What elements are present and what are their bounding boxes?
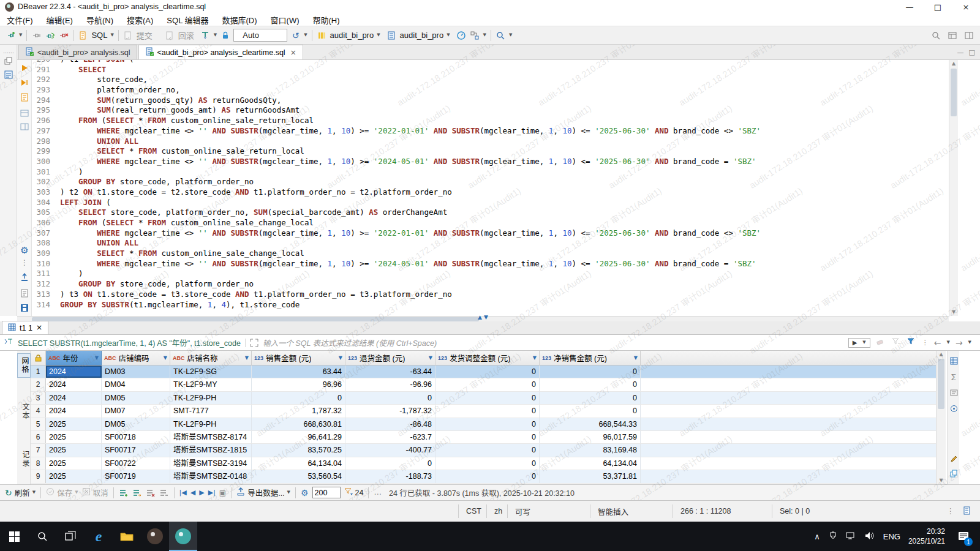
language-indicator[interactable]: ENG xyxy=(883,532,900,541)
cell-r3-c6[interactable]: 0 xyxy=(540,392,641,404)
cell-r9-c4[interactable]: -188.73 xyxy=(345,470,435,482)
filter-input[interactable]: 输入一个 SQL 表达式来过滤结果 (使用 Ctrl+Space) xyxy=(263,337,437,348)
editor-tab-1[interactable]: <audit_bi_pro> analysis_cleartime.sql× xyxy=(138,45,303,59)
disconnect-icon[interactable] xyxy=(58,30,69,40)
app-icon-dbeaver-active[interactable] xyxy=(169,522,197,551)
add-row-icon[interactable] xyxy=(119,489,129,497)
database-caret[interactable]: ▼ xyxy=(377,33,380,37)
cell-r2-c5[interactable]: 0 xyxy=(435,378,540,391)
cell-r5-c1[interactable]: DM05 xyxy=(102,418,170,430)
connect-icon[interactable] xyxy=(31,30,42,40)
cell-r9-c6[interactable]: 53,371.81 xyxy=(540,470,641,482)
apply-filter-button[interactable]: ▶ ▼ xyxy=(848,338,870,348)
side-tab-2[interactable]: 记录 xyxy=(17,448,31,471)
menu-item-7[interactable]: 帮助(H) xyxy=(306,13,346,26)
delete-row-icon[interactable] xyxy=(146,489,156,497)
volume-tray-icon[interactable] xyxy=(865,531,875,542)
last-row-icon[interactable]: ▶| xyxy=(208,489,216,496)
cell-r7-c0[interactable]: 2025 xyxy=(46,444,102,456)
database-selector[interactable]: audit_bi_pro xyxy=(330,31,374,40)
cell-r4-c4[interactable]: -1,787.32 xyxy=(345,405,435,417)
notification-center-icon[interactable]: 1 xyxy=(953,522,974,551)
panel-meta-icon[interactable] xyxy=(949,403,959,413)
reconnect-icon[interactable] xyxy=(45,30,55,40)
minimize-button[interactable]: — xyxy=(895,0,924,13)
column-header-6[interactable]: 123净销售金额 (元)▼ xyxy=(540,351,641,365)
commit-mode-select[interactable]: Auto xyxy=(233,29,287,42)
custom-filter-icon[interactable] xyxy=(907,337,916,348)
file-explorer-icon[interactable] xyxy=(113,522,141,551)
editor-settings-icon[interactable]: ⚙ xyxy=(19,245,30,256)
row-number[interactable]: 9 xyxy=(31,470,46,482)
new-connection-icon[interactable] xyxy=(6,30,16,40)
cell-r6-c6[interactable]: 96,017.59 xyxy=(540,431,641,443)
table-row-5[interactable]: 52025DM05TK-L2F9-PH668,630.81-86.480668,… xyxy=(31,418,936,431)
results-tab-close-icon[interactable]: × xyxy=(36,324,42,332)
column-filter-icon[interactable]: ▼ xyxy=(533,356,537,361)
maximize-editor-icon[interactable]: □ xyxy=(969,49,975,56)
column-header-3[interactable]: 123销售金额 (元)▼ xyxy=(252,351,345,365)
cell-r3-c4[interactable]: 0 xyxy=(345,392,435,404)
cell-r9-c5[interactable]: 0 xyxy=(435,470,540,482)
schema-caret[interactable]: ▼ xyxy=(447,33,450,37)
cell-r7-c6[interactable]: 83,169.48 xyxy=(540,444,641,456)
cell-r1-c6[interactable]: 0 xyxy=(540,365,641,378)
quick-search-icon[interactable] xyxy=(930,30,941,40)
app-icon-dbeaver[interactable] xyxy=(141,522,169,551)
task-view-icon[interactable] xyxy=(56,522,85,551)
statusbar-log-icon[interactable] xyxy=(963,506,971,517)
column-header-2[interactable]: ABC店铺名称▼ xyxy=(170,351,252,365)
cell-r1-c3[interactable]: 63.44 xyxy=(252,365,345,378)
cell-r8-c0[interactable]: 2025 xyxy=(46,457,102,470)
cell-r5-c4[interactable]: -86.48 xyxy=(345,418,435,430)
tasks-icon[interactable] xyxy=(470,30,480,40)
cell-r8-c5[interactable]: 0 xyxy=(435,457,540,470)
fetch-size-input[interactable] xyxy=(312,487,341,498)
menu-item-1[interactable]: 编辑(E) xyxy=(40,13,80,26)
cell-r1-c5[interactable]: 0 xyxy=(435,365,540,378)
cell-r2-c4[interactable]: -96.96 xyxy=(345,378,435,391)
menu-item-3[interactable]: 搜索(A) xyxy=(120,13,160,26)
cell-r4-c0[interactable]: 2024 xyxy=(46,405,102,417)
editor-more-icon[interactable]: ⋮ xyxy=(19,257,30,268)
nav-back-caret[interactable]: ▼ xyxy=(946,340,949,345)
editor-vscrollbar[interactable]: ▲ ▼ xyxy=(949,60,958,316)
explain-plan-icon[interactable] xyxy=(19,92,30,103)
cell-r8-c1[interactable]: SF00722 xyxy=(102,457,170,470)
copy-row-icon[interactable] xyxy=(132,489,142,497)
side-tab-1[interactable]: 文本 xyxy=(17,400,31,423)
panel-toggle-icon[interactable] xyxy=(19,108,30,119)
refresh-caret[interactable]: ▼ xyxy=(32,490,36,495)
cell-r8-c3[interactable]: 64,134.04 xyxy=(252,457,345,470)
cell-r5-c6[interactable]: 668,544.33 xyxy=(540,418,641,430)
taskbar-search-icon[interactable] xyxy=(28,522,56,551)
column-filter-icon[interactable]: ▼ xyxy=(429,356,432,361)
panel-grid-icon[interactable] xyxy=(949,356,959,365)
cell-r4-c6[interactable]: 0 xyxy=(540,405,641,417)
grid-vscrollbar[interactable]: ▲ ▼ xyxy=(936,351,946,484)
cell-r9-c1[interactable]: SF00719 xyxy=(102,470,170,482)
row-number[interactable]: 7 xyxy=(31,444,46,456)
column-filter-icon[interactable]: ▼ xyxy=(634,356,638,361)
lock-icon[interactable] xyxy=(220,30,230,40)
generate-rows-icon[interactable] xyxy=(159,489,169,497)
network-tray-icon[interactable] xyxy=(846,531,857,542)
export-caret[interactable]: ▼ xyxy=(287,490,290,495)
table-row-4[interactable]: 42024DM07SMT-71771,787.32-1,787.3200 xyxy=(31,405,936,418)
editor-save-icon[interactable] xyxy=(19,302,30,313)
apply-filter-icon[interactable]: ▶ xyxy=(853,340,858,346)
cell-r5-c3[interactable]: 668,630.81 xyxy=(252,418,345,430)
editor-export-icon[interactable] xyxy=(19,272,30,283)
layout-icon[interactable] xyxy=(963,30,974,40)
cell-r3-c5[interactable]: 0 xyxy=(435,392,540,404)
nav-forward-caret[interactable]: ▼ xyxy=(968,340,971,345)
output-toggle-icon[interactable] xyxy=(19,121,30,132)
restore-panel-icon[interactable] xyxy=(3,56,14,67)
cell-r7-c1[interactable]: SF00717 xyxy=(102,444,170,456)
cell-r5-c0[interactable]: 2025 xyxy=(46,418,102,430)
cell-r2-c6[interactable]: 0 xyxy=(540,378,641,391)
toolbar-overflow-icon[interactable]: … xyxy=(374,489,382,497)
start-button[interactable] xyxy=(0,522,28,551)
cell-r6-c5[interactable]: 0 xyxy=(435,431,540,443)
table-row-2[interactable]: 22024DM04TK-L2F9-MY96.96-96.9600 xyxy=(31,378,936,391)
